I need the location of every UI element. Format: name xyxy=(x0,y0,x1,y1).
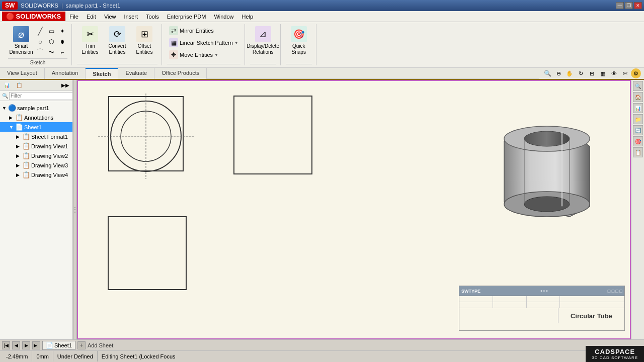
zoom-in-icon[interactable]: 🔍 xyxy=(542,68,552,78)
display-delete-relations-button[interactable]: ⊿ Display/DeleteRelations xyxy=(250,25,276,56)
tree-drawingview2[interactable]: ▶ 📋 Drawing View2 xyxy=(0,151,72,160)
pan-icon[interactable]: ✋ xyxy=(565,68,575,78)
section-view-icon[interactable]: ✄ xyxy=(620,68,630,78)
sheet-last-btn[interactable]: ▶| xyxy=(32,341,40,349)
sidebar-expand-btn[interactable]: ▶▶ xyxy=(60,80,70,90)
menu-enterprise-pdm[interactable]: Enterprise PDM xyxy=(163,13,210,21)
ribbon-toolbar: ⌀ SmartDimension ╱ ○ ⌒ ▭ ⬡ 〜 ✦ ⬮ ⌐ xyxy=(0,22,644,67)
view-options-icon[interactable]: ⊞ xyxy=(587,68,597,78)
menu-file[interactable]: File xyxy=(65,13,83,21)
tab-sketch[interactable]: Sketch xyxy=(86,68,118,79)
restore-button[interactable]: ❐ xyxy=(625,2,633,9)
tab-annotation[interactable]: Annotation xyxy=(45,68,86,79)
right-doc-btn[interactable]: 📋 xyxy=(633,147,643,157)
add-sheet-btn[interactable]: + xyxy=(77,341,86,349)
sidebar-splitter[interactable] xyxy=(73,80,77,339)
spline-tool-btn[interactable]: 〜 xyxy=(46,47,56,57)
quick-snaps-label: QuickSnaps xyxy=(292,43,306,55)
menu-help[interactable]: Help xyxy=(238,13,258,21)
slot-tool-btn[interactable]: ⬮ xyxy=(57,37,67,47)
sheet-first-btn[interactable]: |◀ xyxy=(2,341,10,349)
smart-dimension-button[interactable]: ⌀ SmartDimension xyxy=(8,25,34,56)
titlebar-right: — ❐ ✕ xyxy=(616,2,642,9)
drawing-view2-svg xyxy=(231,94,314,176)
right-search-btn[interactable]: 🔍 xyxy=(633,81,643,91)
tb-row2-cell3 xyxy=(527,302,560,308)
arc-tool-btn[interactable]: ⌒ xyxy=(35,47,45,57)
offset-entities-button[interactable]: ⊞ OffsetEntities xyxy=(131,25,157,56)
tree-root-label: sample part1 xyxy=(17,105,49,111)
rect-tool-btn[interactable]: ▭ xyxy=(46,26,56,36)
sidebar-filter: 🔍 xyxy=(0,91,72,101)
tree-drawingview4[interactable]: ▶ 📋 Drawing View4 xyxy=(0,170,72,179)
filter-input[interactable] xyxy=(9,92,73,100)
tree-sheetformat1[interactable]: ▶ 📋 Sheet Format1 xyxy=(0,132,72,141)
mirror-entities-button[interactable]: ⇄ Mirror Entities xyxy=(167,25,227,36)
sheet1-tab-label: Sheet1 xyxy=(54,342,72,348)
definition-state: Under Defined xyxy=(53,351,98,361)
sheet-prev-btn[interactable]: ◀ xyxy=(12,341,20,349)
right-home-btn[interactable]: 🏠 xyxy=(633,92,643,102)
tb-row2-cell2 xyxy=(493,302,527,308)
title-block-rows: Circular Tube xyxy=(459,296,624,323)
quick-snaps-button[interactable]: 🎯 QuickSnaps xyxy=(286,25,312,56)
tree-annotations[interactable]: ▶ 📋 Annotations xyxy=(0,113,72,122)
title-block: SWTYPE • • • □ □ □ □ xyxy=(459,286,625,331)
sidebar-tree: ▼ 🔵 sample part1 ▶ 📋 Annotations ▼ 📄 She… xyxy=(0,101,72,339)
menu-tools[interactable]: Tools xyxy=(142,13,163,21)
tab-office-products[interactable]: Office Products xyxy=(154,68,207,79)
main-area: 📊 📋 ▶▶ 🔍 ▼ 🔵 sample part1 ▶ 📋 Annotation… xyxy=(0,80,644,339)
tab-view-layout[interactable]: View Layout xyxy=(0,68,45,79)
sidebar-icon2[interactable]: 📋 xyxy=(14,80,24,90)
display-mode-icon[interactable]: ▦ xyxy=(598,68,608,78)
right-folder-btn[interactable]: 📁 xyxy=(633,114,643,124)
tree-root[interactable]: ▼ 🔵 sample part1 xyxy=(0,103,72,113)
sheet-next-btn[interactable]: ▶ xyxy=(22,341,30,349)
menu-insert[interactable]: Insert xyxy=(120,13,142,21)
trim-label: TrimEntities xyxy=(82,43,99,55)
tree-drawingview1[interactable]: ▶ 📋 Drawing View1 xyxy=(0,141,72,151)
fillet-tool-btn[interactable]: ⌐ xyxy=(57,47,67,57)
point-tool-btn[interactable]: ✦ xyxy=(57,26,67,36)
move-entities-button[interactable]: ✥ Move Entities ▼ xyxy=(167,49,227,60)
tree-sheet1[interactable]: ▼ 📄 Sheet1 xyxy=(0,122,72,132)
add-sheet-label: Add Sheet xyxy=(88,342,113,348)
tree-drawingview3[interactable]: ▶ 📋 Drawing View3 xyxy=(0,160,72,170)
close-button[interactable]: ✕ xyxy=(634,2,642,9)
canvas-area[interactable]: SWTYPE • • • □ □ □ □ xyxy=(77,80,631,339)
sidebar-icon1[interactable]: 📊 xyxy=(2,80,12,90)
sheet1-tab[interactable]: 📄 Sheet1 xyxy=(42,341,75,350)
line-tool-btn[interactable]: ╱ xyxy=(35,26,45,36)
ribbon-group-mirror: ⇄ Mirror Entities ▦ Linear Sketch Patter… xyxy=(163,24,245,65)
right-3d-btn[interactable]: 📊 xyxy=(633,103,643,113)
menu-window[interactable]: Window xyxy=(210,13,237,21)
zoom-out-icon[interactable]: ⊖ xyxy=(553,68,564,78)
sidebar-toolbar: 📊 📋 ▶▶ xyxy=(0,80,72,91)
circle-tool-btn[interactable]: ○ xyxy=(35,37,45,47)
trim-entities-button[interactable]: ✂ TrimEntities xyxy=(77,25,103,56)
convert-entities-button[interactable]: ⟳ ConvertEntities xyxy=(104,25,130,56)
tab-evaluate[interactable]: Evaluate xyxy=(118,68,154,79)
hide-show-icon[interactable]: 👁 xyxy=(609,68,619,78)
svg-rect-5 xyxy=(108,217,186,290)
cadspace-line2: 3D CAD SOFTWARE xyxy=(592,355,638,360)
root-expander: ▼ xyxy=(2,106,7,111)
right-toolbar: 🔍 🏠 📊 📁 🔄 🎯 📋 xyxy=(631,80,644,339)
linear-sketch-pattern-button[interactable]: ▦ Linear Sketch Pattern ▼ xyxy=(167,37,240,48)
titlebar-left: SW SOLIDWORKS | sample part1 - Sheet1 xyxy=(2,2,120,10)
mirror-group-label xyxy=(167,64,240,65)
ribbon-group-display: ⊿ Display/DeleteRelations xyxy=(246,24,281,65)
minimize-button[interactable]: — xyxy=(616,2,624,9)
drawing-view4-svg xyxy=(484,121,610,237)
drawing-view1-svg xyxy=(93,91,204,182)
menu-view[interactable]: View xyxy=(100,13,120,21)
right-target-btn[interactable]: 🎯 xyxy=(633,136,643,146)
settings-icon[interactable]: ⚙ xyxy=(631,68,641,78)
statusbar: -2.49mm 0mm Under Defined Editing Sheet1… xyxy=(0,350,644,361)
rotate-icon[interactable]: ↻ xyxy=(576,68,586,78)
right-refresh-btn[interactable]: 🔄 xyxy=(633,125,643,135)
company-name: SWTYPE xyxy=(461,289,480,294)
ribbon-group-trim: ✂ TrimEntities ⟳ ConvertEntities ⊞ Offse… xyxy=(73,24,162,65)
menu-edit[interactable]: Edit xyxy=(83,13,100,21)
polygon-tool-btn[interactable]: ⬡ xyxy=(46,37,56,47)
